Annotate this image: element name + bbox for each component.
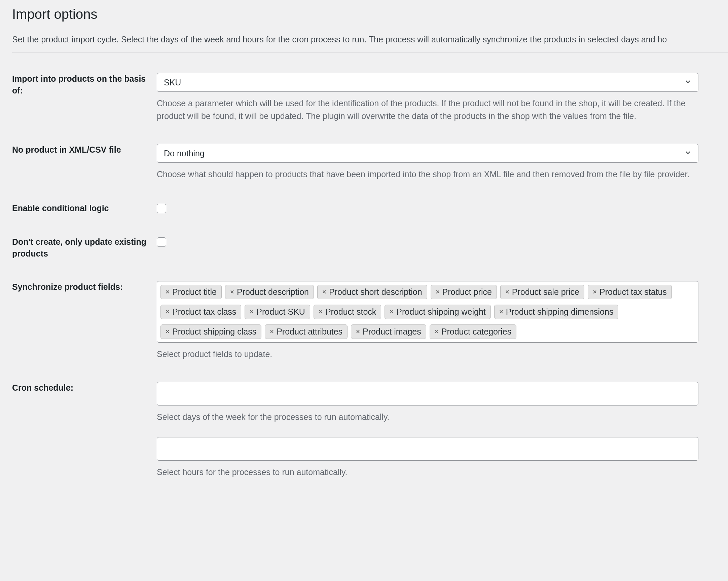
close-icon[interactable]	[321, 288, 328, 295]
tag-item: Product SKU	[244, 305, 310, 319]
close-icon[interactable]	[355, 328, 361, 335]
label-sync-fields: Synchronize product fields:	[12, 281, 147, 293]
tag-item: Product shipping dimensions	[494, 305, 619, 319]
page-intro: Set the product import cycle. Select the…	[12, 35, 728, 45]
close-icon[interactable]	[498, 308, 504, 315]
tag-item: Product images	[351, 325, 426, 339]
row-update-only: Don't create, only update existing produ…	[12, 236, 728, 259]
label-import-basis: Import into products on the basis of:	[12, 73, 147, 96]
tag-item: Product stock	[314, 305, 381, 319]
tag-label: Product shipping class	[172, 327, 256, 337]
tag-label: Product description	[237, 287, 309, 297]
tag-item: Product short description	[317, 285, 427, 299]
tag-label: Product shipping weight	[396, 307, 486, 317]
tag-label: Product SKU	[256, 307, 305, 317]
tagbox-sync-fields[interactable]: Product titleProduct descriptionProduct …	[157, 281, 698, 342]
tag-label: Product shipping dimensions	[506, 307, 614, 317]
row-cron-schedule: Cron schedule: Select days of the week f…	[12, 382, 728, 478]
tag-item: Product shipping class	[160, 325, 261, 339]
tag-item: Product title	[160, 285, 222, 299]
tag-label: Product attributes	[277, 327, 342, 337]
tag-item: Product tax status	[588, 285, 672, 299]
page-title: Import options	[12, 7, 728, 22]
close-icon[interactable]	[268, 328, 275, 335]
tag-label: Product tax class	[172, 307, 236, 317]
tag-item: Product categories	[430, 325, 516, 339]
close-icon[interactable]	[248, 308, 255, 315]
close-icon[interactable]	[433, 328, 440, 335]
close-icon[interactable]	[592, 288, 598, 295]
select-no-product[interactable]: Do nothing	[157, 144, 698, 163]
tag-item: Product shipping weight	[385, 305, 491, 319]
close-icon[interactable]	[317, 308, 324, 315]
checkbox-update-only[interactable]	[157, 238, 166, 247]
label-update-only: Don't create, only update existing produ…	[12, 236, 147, 259]
checkbox-conditional-logic[interactable]	[157, 204, 166, 213]
tag-label: Product title	[172, 287, 217, 297]
tag-label: Product stock	[325, 307, 376, 317]
tag-item: Product attributes	[265, 325, 347, 339]
tag-label: Product sale price	[512, 287, 579, 297]
tag-item: Product tax class	[160, 305, 241, 319]
section-divider	[12, 52, 728, 53]
help-no-product: Choose what should happen to products th…	[157, 168, 698, 181]
close-icon[interactable]	[164, 288, 171, 295]
tag-label: Product categories	[441, 327, 511, 337]
row-sync-fields: Synchronize product fields: Product titl…	[12, 281, 728, 361]
tag-item: Product sale price	[500, 285, 584, 299]
tag-label: Product tax status	[599, 287, 667, 297]
help-import-basis: Choose a parameter which will be used fo…	[157, 97, 698, 122]
close-icon[interactable]	[164, 328, 171, 335]
close-icon[interactable]	[388, 308, 395, 315]
label-conditional-logic: Enable conditional logic	[12, 202, 147, 214]
input-cron-hours[interactable]	[157, 437, 698, 461]
close-icon[interactable]	[164, 308, 171, 315]
row-import-basis: Import into products on the basis of: SK…	[12, 73, 728, 122]
help-sync-fields: Select product fields to update.	[157, 348, 698, 361]
help-cron-hours: Select hours for the processes to run au…	[157, 466, 698, 479]
tag-item: Product price	[431, 285, 497, 299]
input-cron-days[interactable]	[157, 382, 698, 406]
help-cron-days: Select days of the week for the processe…	[157, 411, 698, 424]
label-cron-schedule: Cron schedule:	[12, 382, 147, 394]
close-icon[interactable]	[434, 288, 441, 295]
tag-item: Product description	[225, 285, 314, 299]
row-conditional-logic: Enable conditional logic	[12, 202, 728, 215]
row-no-product: No product in XML/CSV file Do nothing Ch…	[12, 144, 728, 181]
close-icon[interactable]	[504, 288, 511, 295]
close-icon[interactable]	[229, 288, 235, 295]
label-no-product: No product in XML/CSV file	[12, 144, 147, 156]
tag-label: Product price	[442, 287, 492, 297]
tag-label: Product short description	[329, 287, 422, 297]
tag-label: Product images	[363, 327, 421, 337]
select-import-basis[interactable]: SKU	[157, 73, 698, 92]
